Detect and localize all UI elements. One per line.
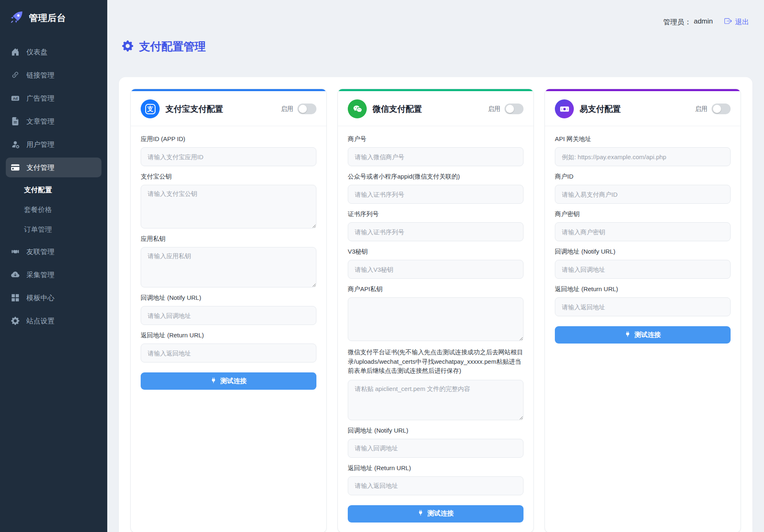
- app-logo: 管理后台: [0, 0, 107, 34]
- sidebar-item-ads[interactable]: Ad 广告管理: [6, 88, 101, 108]
- sidebar-item-collection[interactable]: 采集管理: [6, 265, 101, 285]
- wechat-notify-url-input[interactable]: [348, 439, 523, 458]
- field-label: 返回地址 (Return URL): [348, 464, 523, 472]
- alipay-return-url-input[interactable]: [141, 344, 316, 363]
- alipay-icon: 支: [141, 99, 160, 118]
- sidebar-subitem-label: 订单管理: [24, 225, 52, 234]
- app-title: 管理后台: [29, 12, 66, 24]
- wechat-mchid-input[interactable]: [348, 147, 523, 166]
- field-label: API 网关地址: [555, 135, 731, 143]
- main-content: 管理员： admin 退出 支付配置管理 支 支付宝支付配置: [107, 0, 764, 532]
- card-body: 应用ID (APP ID) 支付宝公钥 应用私钥 回调地址 (Notify UR…: [131, 126, 326, 400]
- alipay-enable-toggle[interactable]: [297, 104, 316, 114]
- sidebar-item-dashboard[interactable]: 仪表盘: [6, 42, 101, 62]
- field-label: 支付宝公钥: [141, 173, 316, 181]
- epay-merchant-id-input[interactable]: [555, 185, 731, 204]
- sidebar-subitem-payment-config[interactable]: 支付配置: [6, 181, 101, 199]
- cards-grid: 支 支付宝支付配置 启用 应用ID (APP ID) 支付宝公钥: [130, 89, 741, 532]
- sidebar-item-label: 链接管理: [26, 71, 54, 80]
- sidebar-subitem-package-pricing[interactable]: 套餐价格: [6, 200, 101, 219]
- banknote-icon: [555, 99, 574, 118]
- article-icon: [11, 117, 20, 125]
- logout-label: 退出: [735, 17, 749, 27]
- plug-icon: [417, 510, 424, 518]
- epay-notify-url-input[interactable]: [555, 260, 731, 279]
- card-title: 微信支付配置: [373, 104, 482, 115]
- wechat-v3-key-input[interactable]: [348, 260, 523, 279]
- epay-enable-toggle[interactable]: [712, 104, 731, 114]
- alipay-test-connection-button[interactable]: 测试连接: [141, 372, 316, 390]
- enable-control: 启用: [695, 104, 731, 114]
- epay-return-url-input[interactable]: [555, 297, 731, 316]
- grid-icon: [11, 294, 20, 302]
- field-label: 回调地址 (Notify URL): [141, 294, 316, 302]
- card-header: 易支付配置 启用: [545, 91, 740, 126]
- wechat-api-private-key-textarea[interactable]: [348, 297, 523, 341]
- field-label: 微信支付平台证书(先不输入先点击测试连接成功之后去网站根目录/uploads/w…: [348, 348, 523, 376]
- field-label: 证书序列号: [348, 210, 523, 218]
- enable-control: 启用: [488, 104, 523, 114]
- handshake-icon: [11, 247, 20, 256]
- sidebar-item-friend-links[interactable]: 友联管理: [6, 242, 101, 261]
- toggle-knob: [299, 105, 307, 113]
- cloud-download-icon: [11, 271, 20, 279]
- page-title-text: 支付配置管理: [139, 39, 206, 54]
- sidebar-item-payment[interactable]: 支付管理: [6, 158, 101, 177]
- rocket-icon: [9, 10, 24, 26]
- field-label: 返回地址 (Return URL): [141, 332, 316, 339]
- admin-info: 管理员： admin: [663, 17, 713, 27]
- wechat-test-connection-button[interactable]: 测试连接: [348, 505, 523, 523]
- enable-label: 启用: [695, 105, 707, 113]
- field-label: 返回地址 (Return URL): [555, 285, 731, 293]
- sidebar-item-users[interactable]: 用户管理: [6, 134, 101, 154]
- alipay-private-key-textarea[interactable]: [141, 247, 316, 287]
- epay-gateway-input[interactable]: [555, 147, 731, 166]
- sidebar-item-label: 仪表盘: [26, 47, 47, 57]
- field-label: 应用私钥: [141, 235, 316, 243]
- sidebar-item-articles[interactable]: 文章管理: [6, 111, 101, 131]
- home-icon: [11, 48, 20, 56]
- topbar: 管理员： admin 退出: [107, 0, 764, 27]
- alipay-notify-url-input[interactable]: [141, 306, 316, 325]
- field-label: 商户ID: [555, 173, 731, 181]
- field-label: 商户号: [348, 135, 523, 143]
- epay-config-card: 易支付配置 启用 API 网关地址 商户ID: [545, 89, 741, 532]
- logout-link[interactable]: 退出: [724, 17, 749, 27]
- plug-icon: [210, 377, 217, 385]
- logout-icon: [724, 17, 732, 27]
- content-panel: 支 支付宝支付配置 启用 应用ID (APP ID) 支付宝公钥: [119, 77, 752, 532]
- wechat-return-url-input[interactable]: [348, 476, 523, 495]
- sidebar-item-site-settings[interactable]: 站点设置: [6, 311, 101, 331]
- sidebar-item-links[interactable]: 链接管理: [6, 65, 101, 85]
- toggle-knob: [506, 105, 514, 113]
- field-label: 商户API私钥: [348, 285, 523, 293]
- wechat-config-card: 微信支付配置 启用 商户号 公众号或者小程序appid(微信支付关联的): [337, 89, 534, 532]
- alipay-public-key-textarea[interactable]: [141, 185, 316, 228]
- epay-merchant-key-input[interactable]: [555, 222, 731, 241]
- sidebar-item-label: 广告管理: [26, 94, 54, 103]
- gear-icon: [122, 40, 133, 53]
- sidebar-item-templates[interactable]: 模板中心: [6, 288, 101, 308]
- wechat-appid-input[interactable]: [348, 185, 523, 204]
- field-label: V3秘钥: [348, 248, 523, 256]
- alipay-appid-input[interactable]: [141, 147, 316, 166]
- enable-label: 启用: [488, 105, 500, 113]
- epay-test-connection-button[interactable]: 测试连接: [555, 326, 731, 344]
- wechat-platform-cert-textarea[interactable]: [348, 380, 523, 420]
- card-title: 易支付配置: [580, 104, 689, 115]
- sidebar-item-label: 用户管理: [26, 140, 54, 149]
- sidebar: 管理后台 仪表盘 链接管理 Ad 广告管理 文章管理: [0, 0, 107, 532]
- test-button-label: 测试连接: [220, 377, 247, 386]
- alipay-config-card: 支 支付宝支付配置 启用 应用ID (APP ID) 支付宝公钥: [130, 89, 327, 532]
- field-label: 商户密钥: [555, 210, 731, 218]
- sidebar-subitem-orders[interactable]: 订单管理: [6, 220, 101, 238]
- plug-icon: [625, 331, 631, 339]
- sidebar-item-label: 模板中心: [26, 293, 54, 303]
- svg-text:Ad: Ad: [13, 97, 18, 101]
- admin-name: admin: [694, 17, 713, 27]
- field-label: 应用ID (APP ID): [141, 135, 316, 143]
- wechat-cert-serial-input[interactable]: [348, 222, 523, 241]
- credit-card-icon: [11, 163, 20, 172]
- card-header: 微信支付配置 启用: [338, 91, 533, 126]
- wechat-enable-toggle[interactable]: [505, 104, 523, 114]
